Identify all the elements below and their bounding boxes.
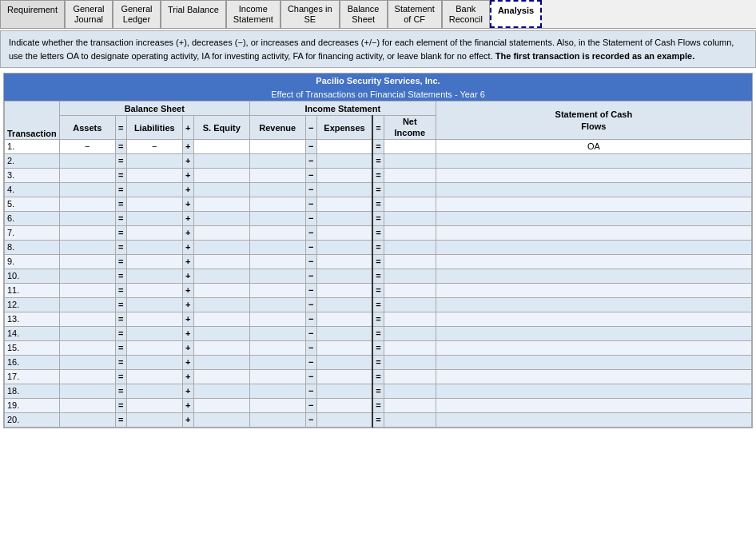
assets-cell[interactable]: [59, 340, 115, 355]
assets-cell[interactable]: [59, 283, 115, 297]
tab-trial-balance[interactable]: Trial Balance: [161, 0, 226, 28]
expenses-cell[interactable]: [316, 211, 372, 225]
net-income-cell[interactable]: [384, 182, 436, 197]
scf-cell[interactable]: [436, 269, 751, 283]
net-income-cell[interactable]: [384, 369, 436, 384]
revenue-cell[interactable]: [249, 168, 305, 182]
revenue-cell[interactable]: [249, 211, 305, 225]
sequity-cell[interactable]: [193, 369, 249, 384]
liabilities-cell[interactable]: [126, 269, 182, 283]
liabilities-cell[interactable]: [126, 398, 182, 412]
scf-cell[interactable]: [436, 412, 751, 427]
liabilities-cell[interactable]: [126, 326, 182, 340]
tab-bank-reconcil[interactable]: Bank Reconcil: [442, 0, 490, 28]
revenue-cell[interactable]: [249, 369, 305, 384]
expenses-cell[interactable]: [316, 269, 372, 283]
expenses-cell[interactable]: [316, 254, 372, 269]
net-income-cell[interactable]: [384, 139, 436, 153]
revenue-cell[interactable]: [249, 139, 305, 153]
sequity-cell[interactable]: [193, 297, 249, 312]
tab-income-statement[interactable]: Income Statement: [226, 0, 281, 28]
revenue-cell[interactable]: [249, 297, 305, 312]
sequity-cell[interactable]: [193, 211, 249, 225]
assets-cell[interactable]: [59, 398, 115, 412]
net-income-cell[interactable]: [384, 269, 436, 283]
liabilities-cell[interactable]: [126, 384, 182, 398]
sequity-cell[interactable]: [193, 412, 249, 427]
revenue-cell[interactable]: [249, 225, 305, 240]
expenses-cell[interactable]: [316, 182, 372, 197]
expenses-cell[interactable]: [316, 384, 372, 398]
assets-cell[interactable]: [59, 326, 115, 340]
expenses-cell[interactable]: [316, 355, 372, 369]
net-income-cell[interactable]: [384, 197, 436, 211]
revenue-cell[interactable]: [249, 326, 305, 340]
revenue-cell[interactable]: [249, 312, 305, 326]
liabilities-cell[interactable]: [126, 168, 182, 182]
expenses-cell[interactable]: [316, 197, 372, 211]
liabilities-cell[interactable]: [126, 312, 182, 326]
liabilities-cell[interactable]: [126, 153, 182, 168]
revenue-cell[interactable]: [249, 283, 305, 297]
tab-balance-sheet[interactable]: Balance Sheet: [340, 0, 388, 28]
assets-cell[interactable]: [59, 153, 115, 168]
sequity-cell[interactable]: [193, 254, 249, 269]
assets-cell[interactable]: [59, 211, 115, 225]
expenses-cell[interactable]: [316, 240, 372, 254]
scf-cell[interactable]: [436, 326, 751, 340]
tab-general-journal[interactable]: General Journal: [65, 0, 113, 28]
scf-cell[interactable]: [436, 355, 751, 369]
sequity-cell[interactable]: [193, 269, 249, 283]
tab-statement-of-cf[interactable]: Statement of CF: [388, 0, 442, 28]
expenses-cell[interactable]: [316, 369, 372, 384]
expenses-cell[interactable]: [316, 225, 372, 240]
net-income-cell[interactable]: [384, 412, 436, 427]
net-income-cell[interactable]: [384, 340, 436, 355]
net-income-cell[interactable]: [384, 211, 436, 225]
expenses-cell[interactable]: [316, 168, 372, 182]
net-income-cell[interactable]: [384, 355, 436, 369]
revenue-cell[interactable]: [249, 153, 305, 168]
scf-cell[interactable]: [436, 254, 751, 269]
assets-cell[interactable]: [59, 197, 115, 211]
assets-cell[interactable]: [59, 182, 115, 197]
sequity-cell[interactable]: [193, 384, 249, 398]
sequity-cell[interactable]: [193, 283, 249, 297]
sequity-cell[interactable]: [193, 182, 249, 197]
liabilities-cell[interactable]: [126, 412, 182, 427]
sequity-cell[interactable]: [193, 312, 249, 326]
tab-general-ledger[interactable]: General Ledger: [113, 0, 161, 28]
tab-analysis[interactable]: Analysis: [490, 0, 542, 28]
sequity-cell[interactable]: [193, 153, 249, 168]
liabilities-cell[interactable]: [126, 355, 182, 369]
assets-cell[interactable]: [59, 225, 115, 240]
assets-cell[interactable]: [59, 297, 115, 312]
scf-cell[interactable]: [436, 384, 751, 398]
revenue-cell[interactable]: [249, 182, 305, 197]
net-income-cell[interactable]: [384, 398, 436, 412]
assets-cell[interactable]: [59, 369, 115, 384]
expenses-cell[interactable]: [316, 326, 372, 340]
revenue-cell[interactable]: [249, 254, 305, 269]
liabilities-cell[interactable]: [126, 369, 182, 384]
sequity-cell[interactable]: [193, 240, 249, 254]
expenses-cell[interactable]: [316, 153, 372, 168]
sequity-cell[interactable]: [193, 168, 249, 182]
scf-cell[interactable]: [436, 153, 751, 168]
net-income-cell[interactable]: [384, 283, 436, 297]
assets-cell[interactable]: [59, 240, 115, 254]
scf-cell[interactable]: [436, 225, 751, 240]
liabilities-cell[interactable]: [126, 254, 182, 269]
net-income-cell[interactable]: [384, 225, 436, 240]
net-income-cell[interactable]: [384, 326, 436, 340]
revenue-cell[interactable]: [249, 398, 305, 412]
scf-cell[interactable]: [436, 197, 751, 211]
assets-cell[interactable]: [59, 269, 115, 283]
sequity-cell[interactable]: [193, 225, 249, 240]
scf-cell[interactable]: [436, 240, 751, 254]
revenue-cell[interactable]: [249, 384, 305, 398]
net-income-cell[interactable]: [384, 384, 436, 398]
liabilities-cell[interactable]: [126, 340, 182, 355]
assets-cell[interactable]: [59, 254, 115, 269]
scf-cell[interactable]: [436, 211, 751, 225]
